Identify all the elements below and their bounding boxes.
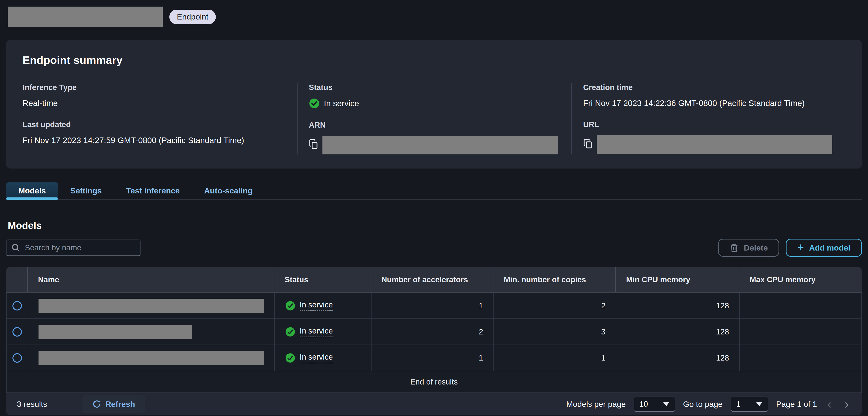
table-footer: 3 results Refresh Models per page 10 Go …: [6, 392, 862, 415]
add-model-button-label: Add model: [809, 244, 850, 252]
accelerators-value: 2: [371, 319, 493, 345]
column-header-name: Name: [27, 267, 274, 292]
column-header-max-cpu: Max CPU memory: [739, 267, 862, 292]
previous-page-button[interactable]: ‹: [825, 397, 834, 411]
page-indicator: Page 1 of 1: [776, 399, 817, 409]
last-updated-field: Last updated Fri Nov 17 2023 14:27:59 GM…: [23, 120, 284, 146]
search-input[interactable]: [6, 239, 141, 256]
chevron-down-icon: [663, 402, 670, 406]
per-page-label: Models per page: [566, 399, 626, 409]
delete-button[interactable]: Delete: [718, 239, 779, 257]
goto-page-value: 1: [736, 399, 741, 409]
column-header-select: [6, 267, 27, 292]
creation-time-label: Creation time: [583, 83, 832, 92]
last-updated-label: Last updated: [23, 120, 284, 129]
model-name-redacted: [38, 325, 192, 339]
table-header-row: Name Status Number of accelerators Min. …: [6, 267, 862, 293]
end-of-results: End of results: [7, 372, 861, 392]
column-header-status: Status: [274, 267, 371, 292]
models-table: Name Status Number of accelerators Min. …: [6, 267, 862, 415]
plus-icon: +: [797, 242, 804, 253]
tab-test-inference[interactable]: Test inference: [114, 182, 192, 199]
tab-settings-label: Settings: [70, 186, 102, 195]
status-link[interactable]: In service: [300, 326, 333, 337]
inference-type-field: Inference Type Real-time: [23, 83, 284, 108]
endpoint-summary-panel: Endpoint summary Inference Type Real-tim…: [6, 40, 862, 169]
min-cpu-value: 128: [616, 319, 739, 345]
max-cpu-value: [739, 293, 861, 319]
tab-bar: Models Settings Test inference Auto-scal…: [6, 182, 862, 200]
refresh-icon: [92, 399, 101, 409]
arn-label: ARN: [309, 121, 558, 129]
next-page-button[interactable]: ›: [842, 397, 851, 411]
tab-models[interactable]: Models: [6, 182, 58, 199]
table-body: In service 1 2 128 In service 2 3: [6, 293, 862, 392]
page: Endpoint Endpoint summary Inference Type…: [0, 0, 868, 415]
status-success-icon: [285, 301, 296, 311]
arn-field: ARN: [309, 121, 558, 154]
table-row: In service 2 3 128: [7, 319, 861, 345]
status-link[interactable]: In service: [300, 353, 333, 363]
min-copies-value: 3: [493, 319, 616, 345]
last-updated-value: Fri Nov 17 2023 14:27:59 GMT-0800 (Pacif…: [23, 135, 284, 146]
status-success-icon: [285, 327, 296, 337]
accelerators-value: 1: [371, 293, 493, 319]
endpoint-summary-title: Endpoint summary: [23, 54, 845, 66]
tab-test-inference-label: Test inference: [126, 186, 180, 195]
row-select-radio[interactable]: [12, 353, 22, 363]
status-value: In service: [309, 98, 558, 109]
search-field: [6, 239, 141, 256]
copy-arn-button[interactable]: [309, 139, 318, 149]
url-label: URL: [583, 120, 832, 129]
summary-column-2: Status In service ARN: [297, 83, 571, 154]
copy-icon: [309, 139, 318, 149]
creation-time-value: Fri Nov 17 2023 14:22:36 GMT-0800 (Pacif…: [583, 98, 832, 108]
min-cpu-value: 128: [616, 293, 739, 319]
inference-type-value: Real-time: [23, 98, 284, 108]
status-text: In service: [324, 98, 359, 109]
status-success-icon: [285, 353, 296, 363]
endpoint-name-redacted: [8, 7, 163, 27]
models-toolbar: Delete + Add model: [6, 239, 862, 257]
max-cpu-value: [739, 319, 861, 345]
per-page-value: 10: [640, 399, 648, 409]
column-header-min-copies: Min. number of copies: [493, 267, 615, 292]
models-section: Models Delete: [6, 220, 862, 415]
add-model-button[interactable]: + Add model: [786, 239, 862, 257]
goto-page-label: Go to page: [683, 399, 723, 409]
page-header: Endpoint: [8, 0, 862, 27]
tab-auto-scaling[interactable]: Auto-scaling: [192, 182, 265, 199]
refresh-button[interactable]: Refresh: [83, 395, 145, 413]
status-success-icon: [309, 98, 320, 109]
column-header-min-cpu: Min CPU memory: [615, 267, 739, 292]
tab-auto-scaling-label: Auto-scaling: [204, 186, 252, 195]
status-field: Status In service: [309, 83, 558, 109]
min-copies-value: 1: [493, 345, 616, 370]
tab-settings[interactable]: Settings: [58, 182, 114, 199]
model-name-redacted: [38, 299, 264, 313]
column-header-accelerators: Number of accelerators: [371, 267, 493, 292]
max-cpu-value: [739, 345, 861, 370]
creation-time-field: Creation time Fri Nov 17 2023 14:22:36 G…: [583, 83, 832, 108]
copy-url-button[interactable]: [583, 139, 592, 149]
table-row: In service 1 2 128: [7, 293, 861, 319]
summary-grid: Inference Type Real-time Last updated Fr…: [23, 83, 845, 154]
models-heading: Models: [8, 220, 862, 231]
status-link[interactable]: In service: [300, 300, 333, 311]
refresh-button-label: Refresh: [105, 399, 135, 409]
inference-type-label: Inference Type: [23, 83, 284, 92]
chevron-down-icon: [756, 402, 763, 406]
pagination-controls: Models per page 10 Go to page 1 Page 1 o…: [566, 396, 851, 412]
trash-icon: [730, 243, 739, 252]
status-label: Status: [309, 83, 558, 92]
models-per-page-select[interactable]: 10: [634, 396, 675, 412]
url-field: URL: [583, 120, 832, 154]
row-select-radio[interactable]: [12, 327, 22, 336]
table-row: In service 1 1 128: [7, 345, 861, 372]
row-select-radio[interactable]: [12, 301, 22, 310]
endpoint-type-badge: Endpoint: [169, 10, 216, 24]
tab-models-label: Models: [18, 186, 46, 195]
goto-page-select[interactable]: 1: [731, 396, 768, 412]
results-count: 3 results: [17, 399, 47, 409]
min-copies-value: 2: [493, 293, 616, 319]
